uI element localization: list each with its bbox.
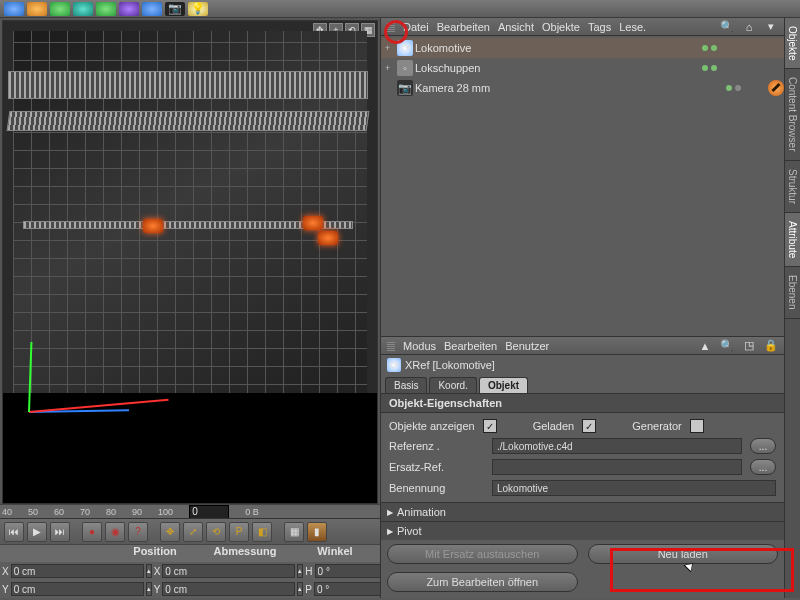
spinner-icon[interactable]: ▴	[297, 582, 303, 596]
input-referenz[interactable]	[492, 438, 742, 454]
object-manager-menubar: Datei Bearbeiten Ansicht Objekte Tags Le…	[381, 18, 784, 36]
scale-key-icon[interactable]: ⤢	[183, 522, 203, 542]
home-icon[interactable]: ⌂	[742, 20, 756, 34]
tree-item-lokomotive[interactable]: + ⟳ Lokomotive	[381, 38, 784, 58]
keyframe-button[interactable]: ?	[128, 522, 148, 542]
tree-label[interactable]: Kamera 28 mm	[415, 82, 724, 94]
input-benennung[interactable]	[492, 480, 776, 496]
misc-button[interactable]: ▦	[284, 522, 304, 542]
menu-ansicht[interactable]: Ansicht	[498, 21, 534, 33]
tree-item-kamera[interactable]: 📷 Kamera 28 mm	[381, 78, 784, 98]
side-tab-struktur[interactable]: Struktur	[785, 161, 800, 213]
neu-laden-button[interactable]: Neu laden	[588, 544, 779, 564]
scene-light	[318, 231, 338, 245]
dim-y-input[interactable]	[162, 582, 295, 596]
collapse-animation[interactable]: ▶ Animation	[381, 502, 784, 521]
search-icon[interactable]: 🔍	[720, 339, 734, 353]
generator-icon[interactable]	[73, 2, 93, 16]
checkbox-generator[interactable]	[690, 419, 704, 433]
spinner-icon[interactable]: ▴	[146, 564, 152, 578]
tree-label[interactable]: Lokomotive	[415, 42, 700, 54]
axis-gizmo[interactable]	[29, 323, 179, 413]
side-tab-content-browser[interactable]: Content Browser	[785, 69, 800, 160]
cube-icon[interactable]	[4, 2, 24, 16]
expander-icon[interactable]: +	[385, 63, 395, 73]
coords-row-x: X ▴ X ▴ H ▴	[0, 562, 380, 580]
up-arrow-icon[interactable]: ▲	[698, 339, 712, 353]
spline-icon[interactable]	[27, 2, 47, 16]
environment-icon[interactable]	[142, 2, 162, 16]
zum-bearbeiten-button[interactable]: Zum Bearbeiten öffnen	[387, 572, 578, 592]
attr-menu-bearbeiten[interactable]: Bearbeiten	[444, 340, 497, 352]
menu-bearbeiten[interactable]: Bearbeiten	[437, 21, 490, 33]
attr-row-referenz: Referenz . ...	[389, 438, 776, 454]
menu-tags[interactable]: Tags	[588, 21, 611, 33]
timeline-tick: 80	[106, 507, 116, 517]
go-start-button[interactable]: ⏮	[4, 522, 24, 542]
pos-x-input[interactable]	[11, 564, 144, 578]
label-ersatz: Ersatz-Ref.	[389, 461, 484, 473]
attr-menu-modus[interactable]: Modus	[403, 340, 436, 352]
attr-menu-benutzer[interactable]: Benutzer	[505, 340, 549, 352]
record-button[interactable]: ●	[82, 522, 102, 542]
tree-item-lokschuppen[interactable]: + ◦ Lokschuppen	[381, 58, 784, 78]
label-generator: Generator	[632, 420, 682, 432]
go-end-button[interactable]: ⏭	[50, 522, 70, 542]
new-window-icon[interactable]: ◳	[742, 339, 756, 353]
deformer-icon[interactable]	[119, 2, 139, 16]
tab-objekt[interactable]: Objekt	[479, 377, 528, 393]
right-column: Datei Bearbeiten Ansicht Objekte Tags Le…	[380, 18, 800, 598]
pos-y-input[interactable]	[11, 582, 144, 596]
rotate-key-icon[interactable]: ⟲	[206, 522, 226, 542]
object-tree[interactable]: + ⟳ Lokomotive + ◦ Lokschuppen 📷 Kamer	[381, 36, 784, 336]
grip-icon[interactable]	[387, 341, 395, 351]
coords-header-position: Position	[110, 545, 200, 562]
side-tab-objekte[interactable]: Objekte	[785, 18, 800, 69]
scene-beam	[8, 71, 368, 99]
light-icon[interactable]: 💡	[188, 2, 208, 16]
move-key-icon[interactable]: ✥	[160, 522, 180, 542]
side-tab-ebenen[interactable]: Ebenen	[785, 267, 800, 318]
pla-key-icon[interactable]: ◧	[252, 522, 272, 542]
input-ersatz[interactable]	[492, 459, 742, 475]
play-button[interactable]: ▶	[27, 522, 47, 542]
camera-icon[interactable]: 📷	[165, 2, 185, 16]
chevron-right-icon: ▶	[387, 508, 393, 517]
menu-datei[interactable]: Datei	[403, 21, 429, 33]
mit-ersatz-button[interactable]: Mit Ersatz austauschen	[387, 544, 578, 564]
browse-ersatz-button[interactable]: ...	[750, 459, 776, 475]
viewport-column: ✥ + ⟲ ▦ 40 50 60 70 80 90	[0, 18, 380, 598]
tab-basis[interactable]: Basis	[385, 377, 427, 393]
spinner-icon[interactable]: ▴	[297, 564, 303, 578]
frame-start-input[interactable]	[189, 505, 229, 519]
noentry-tag-icon[interactable]	[768, 80, 784, 96]
checkbox-objekte-anzeigen[interactable]: ✓	[483, 419, 497, 433]
side-tab-attribute[interactable]: Attribute	[785, 213, 800, 267]
tab-koord[interactable]: Koord.	[429, 377, 476, 393]
menu-lese[interactable]: Lese.	[619, 21, 646, 33]
perspective-viewport[interactable]: ✥ + ⟲ ▦	[2, 20, 378, 504]
null-icon: ◦	[397, 60, 413, 76]
checkbox-geladen[interactable]: ✓	[582, 419, 596, 433]
dim-x-input[interactable]	[162, 564, 295, 578]
menu-objekte[interactable]: Objekte	[542, 21, 580, 33]
grip-icon[interactable]	[387, 22, 395, 32]
funnel-icon[interactable]: ▾	[764, 20, 778, 34]
timeline-tick: 50	[28, 507, 38, 517]
browse-referenz-button[interactable]: ...	[750, 438, 776, 454]
tree-label[interactable]: Lokschuppen	[415, 62, 700, 74]
lock-icon[interactable]: 🔒	[764, 339, 778, 353]
spinner-icon[interactable]: ▴	[146, 582, 152, 596]
make-preview-button[interactable]: ▮	[307, 522, 327, 542]
search-icon[interactable]: 🔍	[720, 20, 734, 34]
attr-row-checkboxes: Objekte anzeigen ✓ Geladen ✓ Generator	[389, 419, 776, 433]
array-icon[interactable]	[96, 2, 116, 16]
expander-icon[interactable]: +	[385, 43, 395, 53]
autokey-button[interactable]: ◉	[105, 522, 125, 542]
nurbs-icon[interactable]	[50, 2, 70, 16]
timeline-ruler[interactable]: 40 50 60 70 80 90 100 0 B	[0, 504, 380, 518]
param-key-icon[interactable]: P	[229, 522, 249, 542]
collapse-pivot[interactable]: ▶ Pivot	[381, 521, 784, 540]
attr-tabs: Basis Koord. Objekt	[381, 375, 784, 393]
transport-bar: ⏮ ▶ ⏭ ● ◉ ? ✥ ⤢ ⟲ P ◧ ▦ ▮	[0, 518, 380, 544]
